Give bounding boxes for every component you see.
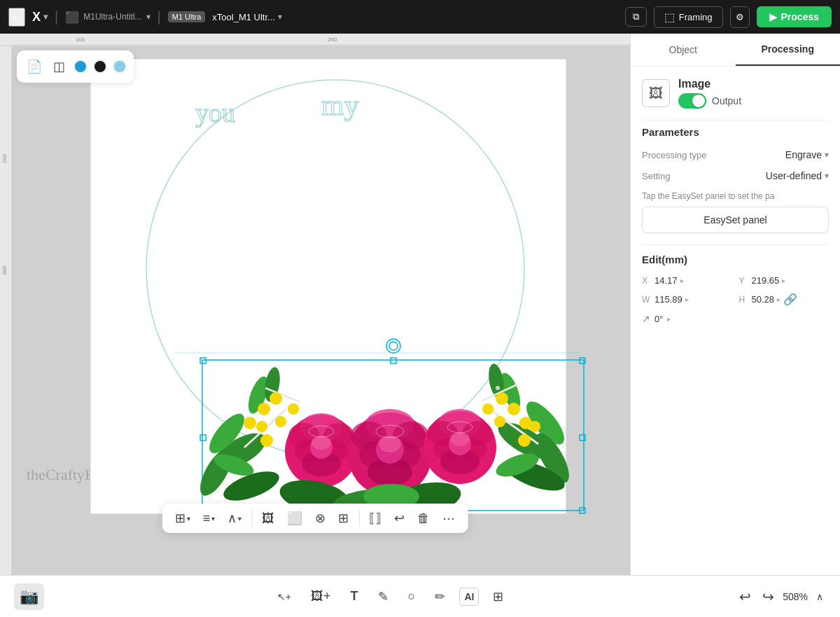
file-title-area: ⬛ M1Ultra-Untitl... ▾	[65, 11, 150, 24]
align-button[interactable]: ⊞▾	[171, 508, 195, 529]
color-dot-black[interactable]	[93, 60, 107, 74]
svg-point-42	[244, 417, 256, 429]
header-left: ← X ▾ | ⬛ M1Ultra-Untitl... ▾ | M1 Ultra…	[8, 8, 282, 27]
h-value[interactable]: 50.28	[752, 294, 775, 305]
processing-type-row: Processing type Engrave ▾	[642, 149, 829, 160]
ungroup-button[interactable]: ⊗	[311, 508, 330, 529]
canvas-area[interactable]: 100 200 200 360 you my	[0, 34, 630, 575]
grid-button[interactable]: ⊞	[487, 585, 509, 609]
cursor-button[interactable]: ↖+	[272, 587, 297, 606]
settings-button[interactable]: ⚙	[730, 6, 750, 28]
setting-row: Setting User-defined ▾	[642, 170, 829, 181]
distribute-button[interactable]: ≡▾	[199, 508, 220, 529]
layers-button[interactable]: ◫	[50, 56, 68, 77]
file-dropdown-icon[interactable]: ▾	[146, 12, 150, 22]
svg-point-80	[450, 432, 470, 446]
framing-button[interactable]: ⬚ Framing	[654, 6, 723, 28]
logo-dropdown-icon[interactable]: ▾	[43, 12, 48, 22]
svg-point-53	[256, 421, 267, 432]
header-right: ⧉ ⬚ Framing ⚙ ▶ Process	[625, 6, 832, 28]
svg-point-45	[507, 403, 520, 415]
output-toggle[interactable]	[678, 93, 706, 109]
angle-arrow[interactable]: ▸	[667, 315, 671, 323]
header: ← X ▾ | ⬛ M1Ultra-Untitl... ▾ | M1 Ultra…	[0, 0, 840, 34]
crop-button[interactable]: ⬜	[283, 508, 307, 529]
color-dot-lightblue[interactable]	[113, 60, 127, 74]
pen-button[interactable]: ✎	[372, 585, 394, 609]
svg-text:360: 360	[1, 265, 8, 275]
easyset-hint: Tap the EasySet panel to set the pa	[642, 191, 829, 201]
y-label: Y	[739, 276, 749, 286]
arrange-button[interactable]: ∧▾	[223, 508, 246, 529]
image-add-button[interactable]: 🖼+	[305, 585, 337, 608]
svg-point-79	[379, 436, 401, 452]
tab-processing[interactable]: Processing	[736, 34, 841, 66]
group-button[interactable]: ⊞	[334, 508, 353, 529]
canvas-content[interactable]: you my	[13, 46, 630, 533]
image-edit-button[interactable]: 🖼	[258, 508, 279, 529]
document-button[interactable]: 📄	[24, 56, 45, 77]
bottom-center: ↖+ 🖼+ T ✎ ○ ✏ AI ⊞	[272, 585, 510, 609]
ruler-left: 200 360	[0, 46, 13, 575]
camera-button[interactable]: 📷	[14, 583, 44, 610]
angle-icon: ↗	[642, 313, 650, 324]
w-arrow[interactable]: ▸	[685, 296, 689, 303]
svg-point-44	[275, 416, 286, 427]
easyset-row: Tap the EasySet panel to set the pa Easy…	[642, 191, 829, 233]
shape-button[interactable]: ○	[402, 585, 421, 608]
h-arrow[interactable]: ▸	[777, 296, 780, 303]
tab-object[interactable]: Object	[631, 34, 736, 66]
device-name: xTool_M1 Ultr... ▾	[212, 12, 282, 22]
svg-text:my: my	[321, 89, 359, 121]
process-button[interactable]: ▶ Process	[757, 6, 832, 27]
x-value[interactable]: 14.17	[654, 275, 678, 286]
image-icon: 🖼	[642, 79, 670, 107]
x-field: X 14.17 ▸	[642, 275, 732, 286]
y-arrow[interactable]: ▸	[782, 277, 785, 284]
toolbar-separator2	[358, 510, 359, 527]
x-label: X	[642, 276, 652, 286]
ai-button[interactable]: AI	[459, 588, 479, 606]
bottom-toolbar: 📷 ↖+ 🖼+ T ✎ ○ ✏ AI ⊞ ↩ ↪ 508% ∧	[0, 575, 840, 617]
copy-button[interactable]: ⧉	[625, 7, 647, 27]
undo-button[interactable]: ↩	[736, 585, 754, 608]
delete-button[interactable]: 🗑	[413, 508, 434, 529]
angle-value[interactable]: 0°	[654, 314, 663, 324]
w-field: W 115.89 ▸	[642, 293, 732, 306]
text-button[interactable]: T	[345, 585, 364, 608]
y-value[interactable]: 219.65	[752, 275, 780, 286]
w-value[interactable]: 115.89	[654, 294, 682, 305]
bottom-right: ↩ ↪ 508% ∧	[736, 585, 826, 608]
svg-point-43	[288, 403, 299, 415]
redo-button[interactable]: ↪	[760, 585, 777, 608]
image-header: 🖼 Image Output	[642, 78, 829, 109]
main-area: 100 200 200 360 you my	[0, 34, 840, 575]
device-dropdown-icon[interactable]: ▾	[278, 12, 282, 22]
color-dot-blue[interactable]	[74, 60, 88, 74]
panel-body: 🖼 Image Output Parameters Processing typ…	[631, 67, 840, 335]
setting-chevron: ▾	[825, 171, 829, 181]
parameters-title: Parameters	[642, 120, 829, 138]
pencil-button[interactable]: ✏	[429, 585, 451, 609]
lock-icon[interactable]: 🔗	[783, 293, 797, 306]
easyset-button[interactable]: EasySet panel	[642, 207, 829, 233]
flip-button[interactable]: ↩	[390, 508, 409, 529]
processing-type-value[interactable]: Engrave ▾	[785, 149, 829, 160]
svg-point-40	[258, 403, 270, 415]
process-icon: ▶	[769, 11, 777, 22]
selection-button[interactable]: ⟦⟧	[365, 508, 386, 529]
floating-toolbar: ⊞▾ ≡▾ ∧▾ 🖼 ⬜ ⊗ ⊞ ⟦⟧ ↩ 🗑 ⋯	[162, 504, 468, 533]
output-row: Output	[678, 93, 741, 109]
zoom-up-button[interactable]: ∧	[813, 588, 826, 605]
svg-point-89	[305, 388, 309, 392]
svg-point-88	[291, 393, 295, 397]
image-info: Image Output	[678, 78, 741, 109]
more-button[interactable]: ⋯	[438, 508, 459, 529]
x-arrow[interactable]: ▸	[680, 277, 684, 284]
back-button[interactable]: ←	[8, 8, 25, 27]
ruler-top: 100 200	[0, 34, 630, 46]
svg-point-91	[496, 386, 500, 390]
svg-rect-16	[580, 435, 585, 441]
setting-label: Setting	[642, 171, 766, 181]
setting-value[interactable]: User-defined ▾	[766, 170, 829, 181]
